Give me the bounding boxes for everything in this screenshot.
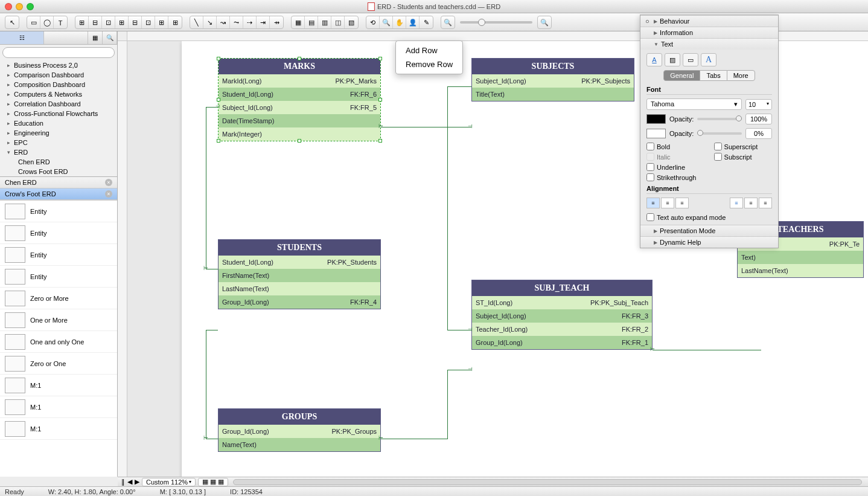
chk-text-auto[interactable]: Text auto expand mode — [646, 213, 772, 221]
grid-5[interactable]: ▧ — [345, 16, 358, 29]
entity-students[interactable]: STUDENTSStudent_Id(Long)PK:PK_StudentsFi… — [218, 239, 381, 309]
palette-item[interactable]: Zero or One — [0, 353, 117, 375]
palette-item[interactable]: Entity — [0, 244, 117, 266]
align-2[interactable]: ⊟ — [89, 16, 102, 29]
align-6[interactable]: ⊡ — [142, 16, 155, 29]
palette-item[interactable]: M:1 — [0, 418, 117, 440]
sidebar-tab-tree[interactable]: ☷ — [0, 31, 44, 44]
close-icon[interactable] — [5, 3, 12, 10]
entity-subj_teach[interactable]: SUBJ_TEACHST_Id(Long)PK:PK_Subj_TeachSub… — [471, 280, 653, 350]
zoom-icon[interactable] — [27, 3, 34, 10]
tree-node[interactable]: ▸Cross-Functional Flowcharts — [0, 109, 117, 118]
conn-5[interactable]: ⇢ — [243, 16, 257, 29]
palette-item[interactable]: Zero or More — [0, 288, 117, 309]
tree-node[interactable]: ▸Education — [0, 118, 117, 128]
highlight-btn[interactable]: ▨ — [665, 53, 680, 66]
align-7[interactable]: ⊞ — [155, 16, 168, 29]
chk-italic[interactable]: Italic — [646, 153, 703, 161]
grid-3[interactable]: ▥ — [318, 16, 331, 29]
page-nav[interactable]: ▦ ▦ ▦ — [198, 478, 228, 486]
palette-item[interactable]: Entity — [0, 201, 117, 222]
inspector-tab-more[interactable]: More — [727, 70, 755, 81]
sidebar-tab-search[interactable]: 🔍 — [103, 31, 117, 44]
fg-opacity-value[interactable]: 100% — [745, 114, 772, 124]
sidebar-filetab[interactable]: Crow's Foot ERD× — [0, 188, 117, 200]
chk-bold[interactable]: Bold — [646, 143, 703, 150]
zoom-display[interactable]: Custom 112%▾ — [142, 478, 196, 486]
align-center[interactable]: ≡ — [661, 198, 674, 208]
bg-opacity-slider[interactable] — [697, 132, 742, 135]
underline-btn[interactable]: A — [646, 53, 662, 66]
zoom-slider[interactable] — [460, 21, 532, 24]
minimize-icon[interactable] — [16, 3, 23, 10]
tree-node[interactable]: ▸Business Process 2,0 — [0, 60, 117, 70]
inspector-section-text[interactable]: ▼Text — [640, 38, 778, 50]
align-3[interactable]: ⊡ — [102, 16, 115, 29]
zoom-out[interactable]: 🔍 — [441, 16, 455, 29]
view-2[interactable]: 🔍 — [380, 16, 393, 29]
align-4[interactable]: ⊞ — [115, 16, 129, 29]
chk-superscript[interactable]: Superscript — [714, 143, 771, 150]
entity-marks[interactable]: MARKSMarkId(Long)PK:PK_MarksStudent_Id(L… — [218, 58, 381, 141]
text-tool[interactable]: T — [54, 16, 67, 29]
fg-color-swatch[interactable] — [646, 114, 666, 124]
align-right[interactable]: ≡ — [675, 198, 689, 208]
inspector-tab-general[interactable]: General — [663, 70, 700, 81]
font-size-select[interactable]: 10▾ — [745, 99, 772, 110]
zoom-in[interactable]: 🔍 — [538, 16, 551, 29]
entity-groups[interactable]: GROUPSGroup_Id(Long)PK:PK_GroupsName(Tex… — [218, 408, 381, 452]
box-btn[interactable]: ▭ — [683, 53, 698, 66]
conn-3[interactable]: ↝ — [217, 16, 230, 29]
palette-item[interactable]: M:1 — [0, 396, 117, 418]
align-8[interactable]: ⊞ — [168, 16, 182, 29]
palette-item[interactable]: Entity — [0, 266, 117, 288]
grid-4[interactable]: ◫ — [331, 16, 345, 29]
palette-item[interactable]: One or More — [0, 309, 117, 331]
align-5[interactable]: ⊟ — [129, 16, 142, 29]
grid-2[interactable]: ▤ — [305, 16, 318, 29]
chk-underline[interactable]: Underline — [646, 163, 703, 171]
tree-node[interactable]: ▸Computers & Networks — [0, 89, 117, 99]
palette-item[interactable]: M:1 — [0, 375, 117, 396]
valign-mid[interactable]: ≡ — [744, 198, 758, 208]
tree-node[interactable]: ▸Composition Dashboard — [0, 80, 117, 89]
fg-opacity-slider[interactable] — [697, 118, 742, 120]
chk-subscript[interactable]: Subscript — [714, 153, 771, 161]
chk-strikethrough[interactable]: Strikethrough — [646, 173, 703, 181]
conn-7[interactable]: ⇸ — [270, 16, 283, 29]
inspector-section-information[interactable]: ▶Information — [640, 27, 778, 38]
align-1[interactable]: ⊞ — [75, 16, 89, 29]
rect-tool[interactable]: ▭ — [27, 16, 40, 29]
valign-bot[interactable]: ≡ — [759, 198, 772, 208]
align-left[interactable]: ≡ — [646, 198, 660, 208]
font-btn[interactable]: A — [701, 53, 716, 66]
inspector-dynamic-help[interactable]: ▶Dynamic Help — [640, 236, 778, 248]
inspector-section-behaviour[interactable]: ○▶Behaviour — [640, 15, 778, 27]
palette-item[interactable]: One and only One — [0, 331, 117, 353]
tree-subnode[interactable]: Chen ERD — [0, 157, 117, 167]
pointer-tool[interactable]: ↖ — [5, 16, 19, 29]
conn-6[interactable]: ⇥ — [257, 16, 270, 29]
tree-node[interactable]: ▸EPC — [0, 138, 117, 147]
font-family-select[interactable]: Tahoma▾ — [646, 98, 742, 110]
tree-node[interactable]: ▸Comparison Dashboard — [0, 70, 117, 80]
view-4[interactable]: 👤 — [406, 16, 420, 29]
view-3[interactable]: ✋ — [393, 16, 406, 29]
bg-opacity-value[interactable]: 0% — [745, 128, 772, 139]
tree-node[interactable]: ▸Correlation Dashboard — [0, 99, 117, 109]
view-1[interactable]: ⟲ — [366, 16, 380, 29]
palette-item[interactable]: Entity — [0, 222, 117, 244]
conn-1[interactable]: ╲ — [190, 16, 203, 29]
tree-node[interactable]: ▸Engineering — [0, 128, 117, 138]
conn-4[interactable]: ⤳ — [230, 16, 243, 29]
sidebar-tab-grid[interactable]: ▦ — [88, 31, 103, 44]
search-input[interactable] — [2, 47, 115, 58]
ctx-remove-row[interactable]: Remove Row — [396, 57, 462, 71]
conn-2[interactable]: ↘ — [203, 16, 217, 29]
bg-color-swatch[interactable] — [646, 129, 666, 138]
grid-1[interactable]: ▦ — [292, 16, 305, 29]
entity-subjects[interactable]: SUBJECTSSubject_Id(Long)PK:PK_SubjectsTi… — [471, 58, 634, 101]
inspector-tab-tabs[interactable]: Tabs — [700, 70, 726, 81]
ellipse-tool[interactable]: ◯ — [40, 16, 54, 29]
ctx-add-row[interactable]: Add Row — [396, 43, 462, 57]
